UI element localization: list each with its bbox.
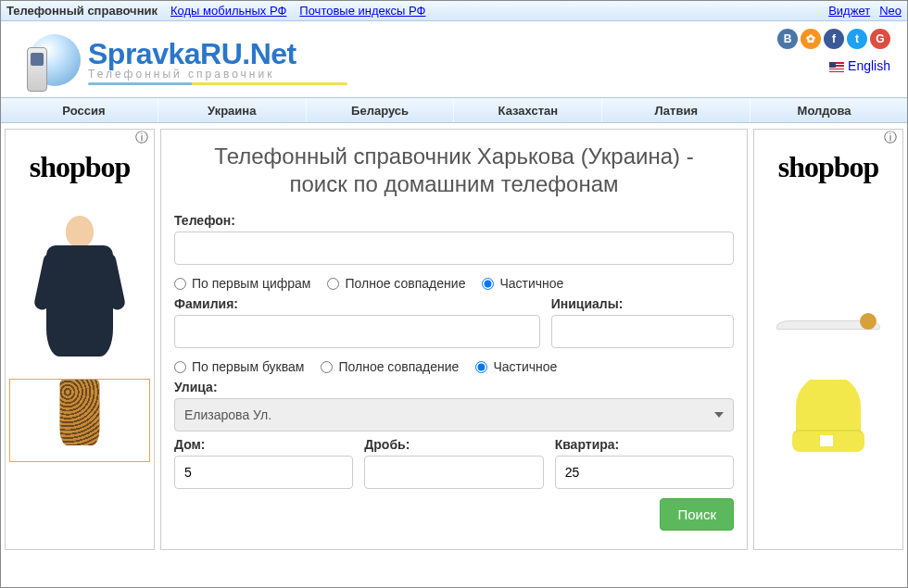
link-widget[interactable]: Виджет	[828, 4, 870, 18]
adchoices-icon-right[interactable]: ⓘ	[754, 130, 902, 146]
nav-moldova[interactable]: Молдова	[750, 98, 898, 122]
ad-right[interactable]: ⓘ shopbop	[753, 129, 903, 550]
surname-label: Фамилия:	[174, 296, 540, 311]
header-right: B ✿ f t G English	[777, 29, 890, 73]
page-title: Телефонный справочник Харькова (Украина)…	[206, 143, 702, 198]
ad-brand-left: shopbop	[6, 146, 154, 195]
ad-product-3[interactable]	[758, 199, 899, 375]
logo-subtitle: Телефонный справочник	[88, 68, 347, 81]
nav-kazakhstan[interactable]: Казахстан	[453, 98, 601, 122]
social-row: B ✿ f t G	[777, 29, 890, 49]
surname-mode-full[interactable]: Полное совпадение	[321, 359, 459, 374]
content: ⓘ shopbop Телефонный справочник Харькова…	[1, 123, 907, 550]
phone-mode-row: По первым цифрам Полное совпадение Части…	[174, 270, 734, 296]
ok-icon[interactable]: ✿	[801, 29, 821, 49]
search-form: Телефон: По первым цифрам Полное совпаде…	[169, 213, 739, 550]
logo-underline	[88, 82, 347, 85]
initials-input[interactable]	[551, 315, 734, 348]
phone-mode-full[interactable]: Полное совпадение	[327, 276, 465, 291]
header: SpravkaRU.Net Телефонный справочник B ✿ …	[1, 21, 907, 97]
phone-mode-prefix[interactable]: По первым цифрам	[174, 276, 310, 291]
country-nav: Россия Украина Беларусь Казахстан Латвия…	[1, 97, 907, 123]
logo-icon	[18, 29, 82, 94]
initials-label: Инициалы:	[551, 296, 734, 311]
twitter-icon[interactable]: t	[847, 29, 867, 49]
logo[interactable]: SpravkaRU.Net Телефонный справочник	[18, 29, 347, 94]
ad-product-1[interactable]	[9, 199, 150, 375]
topbar-left: Телефонный справочник Коды мобильных РФ …	[6, 4, 425, 18]
language-switch[interactable]: English	[829, 58, 890, 73]
surname-mode-partial[interactable]: Частичное	[475, 359, 557, 374]
link-neo[interactable]: Neo	[879, 4, 902, 18]
house-frac-label: Дробь:	[364, 437, 543, 452]
main: Телефонный справочник Харькова (Украина)…	[160, 129, 748, 550]
house-frac-input[interactable]	[364, 456, 543, 489]
language-label: English	[848, 58, 890, 73]
link-mobile-codes[interactable]: Коды мобильных РФ	[170, 4, 286, 18]
surname-input[interactable]	[174, 315, 540, 348]
house-label: Дом:	[174, 437, 353, 452]
flat-label: Квартира:	[555, 437, 734, 452]
house-input[interactable]	[174, 456, 353, 489]
search-button[interactable]: Поиск	[660, 498, 734, 531]
nav-belarus[interactable]: Беларусь	[306, 98, 454, 122]
nav-latvia[interactable]: Латвия	[601, 98, 750, 122]
surname-mode-row: По первым буквам Полное совпадение Части…	[174, 354, 734, 380]
extra-heading: Дополнительная информация	[174, 545, 734, 550]
nav-ukraine[interactable]: Украина	[158, 98, 306, 122]
logo-title: SpravkaRU.Net	[88, 37, 347, 71]
ad-product-4[interactable]	[758, 379, 899, 481]
surname-mode-prefix[interactable]: По первым буквам	[174, 359, 304, 374]
adchoices-icon[interactable]: ⓘ	[6, 130, 154, 146]
topbar-right: Виджет Neo	[828, 4, 902, 18]
vk-icon[interactable]: B	[777, 29, 798, 49]
google-icon[interactable]: G	[870, 29, 890, 49]
topbar: Телефонный справочник Коды мобильных РФ …	[1, 1, 907, 21]
phone-mode-partial[interactable]: Частичное	[482, 276, 563, 291]
logo-text: SpravkaRU.Net Телефонный справочник	[88, 37, 347, 85]
topbar-title: Телефонный справочник	[6, 4, 158, 18]
phone-label: Телефон:	[174, 213, 734, 228]
ad-product-2[interactable]	[9, 379, 150, 462]
street-label: Улица:	[174, 380, 734, 394]
link-postal-codes[interactable]: Почтовые индексы РФ	[299, 4, 425, 18]
phone-input[interactable]	[174, 231, 734, 265]
nav-russia[interactable]: Россия	[10, 98, 158, 122]
ad-brand-right: shopbop	[754, 146, 902, 195]
street-select[interactable]: Елизарова Ул.	[174, 398, 734, 432]
facebook-icon[interactable]: f	[824, 29, 844, 49]
flat-input[interactable]	[555, 456, 734, 489]
ad-left[interactable]: ⓘ shopbop	[5, 129, 155, 550]
us-flag-icon	[829, 62, 844, 72]
